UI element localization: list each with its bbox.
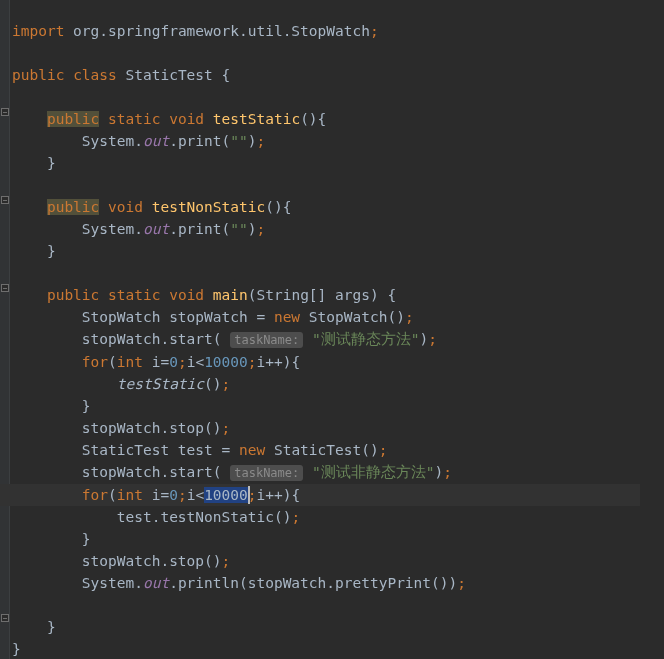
line: test.testNonStatic(); bbox=[12, 509, 300, 525]
parameter-hint: taskName: bbox=[230, 332, 303, 348]
line: stopWatch.stop(); bbox=[12, 420, 230, 436]
line: } bbox=[12, 641, 21, 657]
line: System.out.print(""); bbox=[12, 133, 265, 149]
line: stopWatch.stop(); bbox=[12, 553, 230, 569]
line: public void testNonStatic(){ bbox=[12, 199, 291, 215]
parameter-hint: taskName: bbox=[230, 465, 303, 481]
line: } bbox=[12, 243, 56, 259]
line: import org.springframework.util.StopWatc… bbox=[12, 23, 379, 39]
editor-gutter bbox=[0, 0, 10, 659]
line: public static void main(String[] args) { bbox=[12, 287, 396, 303]
line: testStatic(); bbox=[12, 376, 230, 392]
line: for(int i=0;i<10000;i++){ bbox=[12, 354, 300, 370]
line: } bbox=[12, 619, 56, 635]
line: public class StaticTest { bbox=[12, 67, 230, 83]
line: System.out.print(""); bbox=[12, 221, 265, 237]
line: } bbox=[12, 155, 56, 171]
line: System.out.println(stopWatch.prettyPrint… bbox=[12, 575, 466, 591]
fold-icon[interactable] bbox=[1, 196, 9, 204]
line: StaticTest test = new StaticTest(); bbox=[12, 442, 387, 458]
line: stopWatch.start( taskName: "测试非静态方法"); bbox=[12, 464, 452, 480]
line: StopWatch stopWatch = new StopWatch(); bbox=[12, 309, 414, 325]
line: stopWatch.start( taskName: "测试静态方法"); bbox=[12, 331, 437, 347]
line: } bbox=[12, 398, 91, 414]
fold-icon[interactable] bbox=[1, 614, 9, 622]
line: } bbox=[12, 531, 91, 547]
line-current: for(int i=0;i<10000;i++){ bbox=[0, 484, 640, 506]
fold-icon[interactable] bbox=[1, 284, 9, 292]
fold-icon[interactable] bbox=[1, 108, 9, 116]
code-editor[interactable]: import org.springframework.util.StopWatc… bbox=[0, 0, 664, 659]
line: public static void testStatic(){ bbox=[12, 111, 326, 127]
text-caret bbox=[248, 486, 250, 504]
